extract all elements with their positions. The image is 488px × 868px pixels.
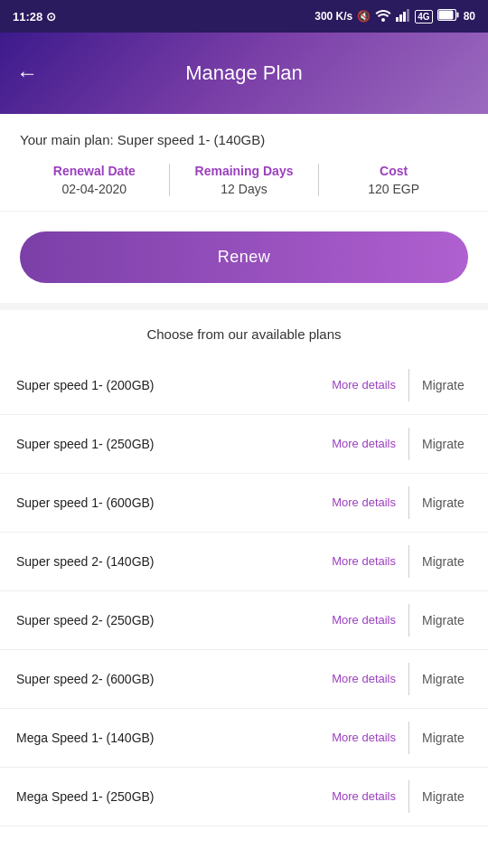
main-plan-text: Your main plan: Super speed 1- (140GB) xyxy=(20,132,468,147)
remaining-days-value: 12 Days xyxy=(221,182,267,196)
status-4g-icon: 4G xyxy=(415,10,432,24)
plan-migrate-button[interactable]: Migrate xyxy=(422,495,472,510)
status-right: 300 K/s 🔇 4G 80 xyxy=(314,9,475,24)
plan-migrate-button[interactable]: Migrate xyxy=(422,672,472,686)
plan-name: Super speed 1- (600GB) xyxy=(16,495,332,510)
back-button[interactable]: ← xyxy=(16,61,38,86)
status-speed: 300 K/s xyxy=(314,10,352,23)
plan-divider xyxy=(408,722,409,754)
plan-divider xyxy=(408,780,409,813)
status-mute-icon: 🔇 xyxy=(357,10,371,23)
plan-divider xyxy=(408,369,409,401)
plan-row: Super speed 1- (200GB) More details Migr… xyxy=(0,356,488,415)
status-signal-icon xyxy=(396,9,410,24)
renew-section: Renew xyxy=(0,212,488,310)
plan-name: Super speed 2- (140GB) xyxy=(16,554,332,569)
status-battery-pct: 80 xyxy=(464,10,475,23)
renewal-date-label: Renewal Date xyxy=(53,164,136,178)
plan-row: Mega Speed 1- (250GB) More details Migra… xyxy=(0,768,488,826)
plan-migrate-button[interactable]: Migrate xyxy=(422,731,472,745)
plan-name: Super speed 1- (200GB) xyxy=(16,378,332,392)
plan-more-details-button[interactable]: More details xyxy=(332,495,396,511)
plan-more-details-button[interactable]: More details xyxy=(332,672,396,687)
svg-rect-2 xyxy=(399,14,402,22)
plan-migrate-button[interactable]: Migrate xyxy=(422,613,472,627)
page-title: Manage Plan xyxy=(185,61,303,85)
svg-rect-6 xyxy=(456,13,458,18)
cost-value: 120 EGP xyxy=(368,182,419,196)
svg-rect-4 xyxy=(407,9,409,22)
plan-name: Mega Speed 1- (250GB) xyxy=(16,789,332,804)
plans-title: Choose from our available plans xyxy=(0,326,488,351)
status-wifi-icon xyxy=(375,9,391,24)
cost-label: Cost xyxy=(380,164,408,178)
renewal-date-item: Renewal Date 02-04-2020 xyxy=(20,164,170,196)
plan-row: Super speed 1- (600GB) More details Migr… xyxy=(0,474,488,533)
plan-rows-container: Super speed 1- (200GB) More details Migr… xyxy=(0,356,488,826)
plans-section: Choose from our available plans Super sp… xyxy=(0,310,488,826)
plan-divider xyxy=(408,428,409,460)
plan-name: Mega Speed 1- (140GB) xyxy=(16,731,332,745)
plan-info-row: Renewal Date 02-04-2020 Remaining Days 1… xyxy=(20,164,468,196)
plan-more-details-button[interactable]: More details xyxy=(332,789,396,805)
cost-item: Cost 120 EGP xyxy=(319,164,468,196)
status-battery-icon xyxy=(437,9,459,24)
svg-rect-7 xyxy=(438,11,453,20)
plan-more-details-button[interactable]: More details xyxy=(332,554,396,570)
plan-more-details-button[interactable]: More details xyxy=(332,613,396,628)
plan-migrate-button[interactable]: Migrate xyxy=(422,789,472,804)
status-bar: 11:28 ⊙ 300 K/s 🔇 4G xyxy=(0,0,488,33)
plan-divider xyxy=(408,663,409,695)
plan-migrate-button[interactable]: Migrate xyxy=(422,437,472,451)
plan-row: Super speed 2- (600GB) More details Migr… xyxy=(0,650,488,709)
plan-name: Super speed 1- (250GB) xyxy=(16,437,332,451)
renewal-date-value: 02-04-2020 xyxy=(62,182,127,196)
plan-row: Super speed 2- (140GB) More details Migr… xyxy=(0,533,488,591)
main-plan-section: Your main plan: Super speed 1- (140GB) R… xyxy=(0,114,488,212)
plan-more-details-button[interactable]: More details xyxy=(332,378,396,393)
remaining-days-item: Remaining Days 12 Days xyxy=(170,164,320,196)
plan-more-details-button[interactable]: More details xyxy=(332,437,396,452)
plan-name: Super speed 2- (250GB) xyxy=(16,613,332,627)
plan-migrate-button[interactable]: Migrate xyxy=(422,378,472,392)
status-left: 11:28 ⊙ xyxy=(13,10,56,24)
remaining-days-label: Remaining Days xyxy=(195,164,294,178)
plan-name: Super speed 2- (600GB) xyxy=(16,672,332,686)
plan-row: Super speed 2- (250GB) More details Migr… xyxy=(0,591,488,650)
svg-rect-3 xyxy=(403,12,406,22)
plan-migrate-button[interactable]: Migrate xyxy=(422,554,472,569)
renew-button[interactable]: Renew xyxy=(20,231,468,283)
plan-row: Mega Speed 1- (140GB) More details Migra… xyxy=(0,709,488,768)
svg-rect-1 xyxy=(396,17,399,22)
status-time: 11:28 xyxy=(13,10,42,24)
plan-more-details-button[interactable]: More details xyxy=(332,731,396,746)
plan-row: Super speed 1- (250GB) More details Migr… xyxy=(0,415,488,474)
plan-divider xyxy=(408,604,409,637)
status-clock-icon: ⊙ xyxy=(46,10,56,24)
plan-divider xyxy=(408,486,409,519)
svg-point-0 xyxy=(381,18,385,22)
header: ← Manage Plan xyxy=(0,33,488,114)
plan-divider xyxy=(408,545,409,578)
main-content: Your main plan: Super speed 1- (140GB) R… xyxy=(0,114,488,826)
